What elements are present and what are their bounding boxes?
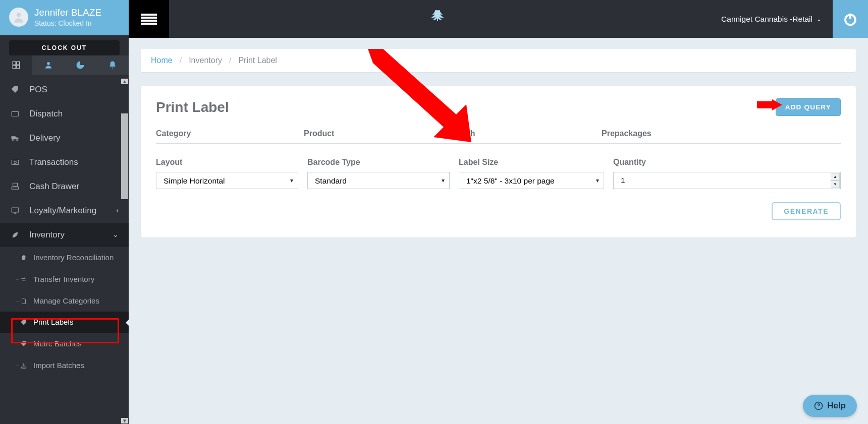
- nav-dispatch[interactable]: Dispatch: [0, 102, 129, 126]
- nav-label: Cash Drawer: [29, 181, 79, 192]
- scroll-down-button[interactable]: ▼: [121, 418, 128, 423]
- power-button[interactable]: [833, 0, 868, 38]
- breadcrumb-home[interactable]: Home: [151, 56, 173, 65]
- sub-label: Import Batches: [33, 361, 84, 371]
- nav-label: POS: [29, 85, 47, 95]
- help-button[interactable]: Help: [803, 395, 857, 417]
- svg-rect-2: [12, 112, 19, 116]
- label-form: Layout Simple Horizontal Barcode Type St…: [156, 158, 841, 189]
- layout-label: Layout: [156, 158, 298, 167]
- breadcrumb-sep: /: [229, 56, 231, 65]
- sub-label: Transfer Inventory: [33, 275, 94, 284]
- breadcrumb-inventory: Inventory: [189, 56, 222, 65]
- sub-label: Metrc Batches: [33, 339, 82, 349]
- sub-label: Print Labels: [33, 318, 73, 327]
- avatar: [9, 8, 28, 27]
- leaf-logo-icon: [431, 10, 448, 29]
- subnav-inventory: Inventory Reconciliation Transfer Invent…: [0, 247, 129, 377]
- qty-up[interactable]: ▲: [831, 173, 840, 180]
- barcode-select[interactable]: Standard: [307, 172, 450, 189]
- file-icon: [20, 297, 27, 305]
- add-query-button[interactable]: ADD QUERY: [776, 98, 841, 116]
- tag-icon: [10, 85, 20, 94]
- size-label: Label Size: [459, 158, 604, 167]
- clock-out-button[interactable]: CLOCK OUT: [9, 40, 120, 55]
- col-batch: Batch: [453, 129, 602, 138]
- nav-pos[interactable]: POS: [0, 78, 129, 102]
- nav-label: Loyalty/Marketing: [29, 206, 96, 216]
- query-columns-header: Category Product Batch Prepackages: [156, 129, 841, 144]
- help-icon: [814, 401, 823, 410]
- col-prepackages: Prepackages: [602, 129, 652, 138]
- svg-point-6: [14, 161, 17, 164]
- col-product: Product: [304, 129, 453, 138]
- sub-print-labels[interactable]: Print Labels: [0, 312, 129, 333]
- qty-down[interactable]: ▼: [831, 180, 840, 188]
- svg-point-0: [17, 13, 21, 17]
- drawer-icon: [10, 182, 20, 191]
- dispatch-icon: [10, 109, 20, 118]
- barcode-label: Barcode Type: [307, 158, 450, 167]
- qty-label: Quantity: [613, 158, 841, 167]
- brand-logo: [169, 0, 710, 38]
- sub-import-batches[interactable]: Import Batches: [0, 355, 129, 377]
- sidebar-nav: POS Dispatch Delivery Transactions Cash …: [0, 75, 129, 424]
- sub-metrc-batches[interactable]: Metrc Batches: [0, 333, 129, 355]
- chevron-left-icon: ‹: [116, 206, 119, 214]
- sub-manage-categories[interactable]: Manage Categories: [0, 290, 129, 312]
- nav-label: Delivery: [29, 133, 60, 143]
- power-icon: [843, 12, 858, 27]
- help-label: Help: [827, 401, 846, 411]
- chevron-down-icon: ⌄: [113, 230, 119, 238]
- user-name: Jennifer BLAZE: [34, 7, 101, 18]
- tab-bell-icon[interactable]: [96, 55, 129, 75]
- sub-inventory-reconciliation[interactable]: Inventory Reconciliation: [0, 247, 129, 269]
- sub-transfer-inventory[interactable]: Transfer Inventory: [0, 269, 129, 290]
- sidebar-user-block: Jennifer BLAZE Status: Clocked In: [0, 0, 129, 35]
- nav-loyalty[interactable]: Loyalty/Marketing ‹: [0, 199, 129, 223]
- money-icon: [10, 158, 20, 167]
- tab-analytics-icon[interactable]: [65, 55, 97, 75]
- svg-point-1: [47, 62, 50, 65]
- nav-label: Transactions: [29, 157, 78, 167]
- layout-select[interactable]: Simple Horizontal: [156, 172, 298, 189]
- breadcrumb-current: Print Label: [238, 56, 277, 65]
- quantity-input[interactable]: [613, 172, 841, 189]
- generate-button[interactable]: GENERATE: [772, 202, 841, 220]
- breadcrumb: Home / Inventory / Print Label: [141, 49, 856, 72]
- sidebar: Jennifer BLAZE Status: Clocked In CLOCK …: [0, 0, 129, 424]
- nav-label: Inventory: [29, 230, 65, 240]
- chevron-down-icon: ⌄: [817, 16, 822, 23]
- tab-apps-icon[interactable]: [0, 55, 32, 75]
- content: Home / Inventory / Print Label Print Lab…: [129, 38, 868, 424]
- nav-delivery[interactable]: Delivery: [0, 126, 129, 150]
- hamburger-icon: [141, 14, 157, 25]
- page-title: Print Label: [156, 99, 229, 115]
- print-label-panel: Print Label ADD QUERY Category Product B…: [141, 86, 856, 237]
- monitor-icon: [10, 206, 20, 215]
- svg-rect-7: [12, 208, 19, 212]
- tab-user-icon[interactable]: [32, 55, 65, 75]
- breadcrumb-sep: /: [180, 56, 182, 65]
- sub-label: Manage Categories: [33, 296, 99, 306]
- main: Canniget Cannabis -Retail ⌄ Home / Inven…: [129, 0, 868, 424]
- tag-icon: [20, 319, 27, 326]
- sub-label: Inventory Reconciliation: [33, 253, 114, 263]
- size-select[interactable]: 1"x2 5/8" - 3x10 per page: [459, 172, 604, 189]
- user-status: Status: Clocked In: [34, 19, 101, 27]
- nav-label: Dispatch: [29, 109, 63, 119]
- sidebar-icon-tabs: [0, 55, 129, 75]
- company-dropdown[interactable]: Canniget Cannabis -Retail ⌄: [710, 0, 833, 38]
- transfer-icon: [20, 276, 27, 283]
- nav-inventory[interactable]: Inventory ⌄: [0, 223, 129, 247]
- trash-icon: [20, 254, 27, 261]
- quantity-spinner: ▲ ▼: [831, 173, 840, 188]
- import-icon: [20, 362, 27, 369]
- svg-point-3: [12, 139, 14, 141]
- topbar: Canniget Cannabis -Retail ⌄: [129, 0, 868, 38]
- nav-cash-drawer[interactable]: Cash Drawer: [0, 174, 129, 199]
- truck-icon: [10, 134, 20, 143]
- col-category: Category: [156, 129, 304, 138]
- hamburger-button[interactable]: [129, 0, 169, 38]
- nav-transactions[interactable]: Transactions: [0, 150, 129, 174]
